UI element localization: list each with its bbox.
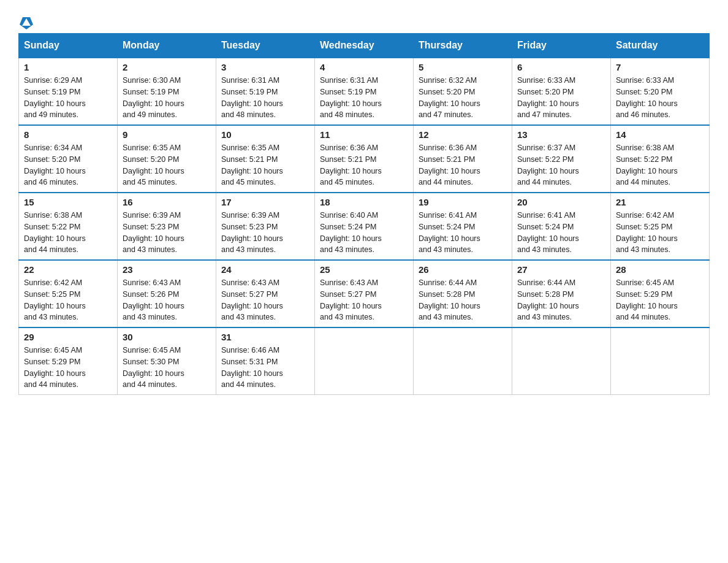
day-number: 26 [419,264,507,275]
day-info: Sunrise: 6:46 AM Sunset: 5:31 PM Dayligh… [221,345,309,391]
day-info: Sunrise: 6:30 AM Sunset: 5:19 PM Dayligh… [123,75,211,121]
calendar-cell: 17 Sunrise: 6:39 AM Sunset: 5:23 PM Dayl… [216,193,315,260]
day-number: 4 [320,62,408,72]
calendar-cell: 24 Sunrise: 6:43 AM Sunset: 5:27 PM Dayl… [216,260,315,327]
day-number: 15 [24,197,112,207]
day-info: Sunrise: 6:38 AM Sunset: 5:22 PM Dayligh… [616,142,704,188]
calendar-cell: 16 Sunrise: 6:39 AM Sunset: 5:23 PM Dayl… [118,193,216,260]
calendar-cell: 26 Sunrise: 6:44 AM Sunset: 5:28 PM Dayl… [414,260,512,327]
calendar-cell: 25 Sunrise: 6:43 AM Sunset: 5:27 PM Dayl… [315,260,414,327]
page-header [18,12,710,27]
weekday-header-saturday: Saturday [611,34,710,58]
day-number: 12 [419,129,507,140]
logo [18,18,33,27]
calendar-cell: 30 Sunrise: 6:45 AM Sunset: 5:30 PM Dayl… [118,327,216,395]
day-number: 30 [123,332,211,342]
weekday-header-friday: Friday [512,34,611,58]
calendar-cell: 22 Sunrise: 6:42 AM Sunset: 5:25 PM Dayl… [19,260,118,327]
day-number: 24 [221,264,309,275]
calendar-table: SundayMondayTuesdayWednesdayThursdayFrid… [18,33,710,395]
day-number: 20 [517,197,605,207]
day-number: 29 [24,332,112,342]
calendar-cell: 20 Sunrise: 6:41 AM Sunset: 5:24 PM Dayl… [512,193,611,260]
day-info: Sunrise: 6:39 AM Sunset: 5:23 PM Dayligh… [221,210,309,256]
calendar-cell: 23 Sunrise: 6:43 AM Sunset: 5:26 PM Dayl… [118,260,216,327]
day-info: Sunrise: 6:38 AM Sunset: 5:22 PM Dayligh… [24,210,112,256]
day-info: Sunrise: 6:40 AM Sunset: 5:24 PM Dayligh… [320,210,408,256]
day-number: 7 [616,62,704,72]
day-number: 28 [616,264,704,275]
calendar-cell [611,327,710,395]
calendar-cell: 13 Sunrise: 6:37 AM Sunset: 5:22 PM Dayl… [512,125,611,193]
day-info: Sunrise: 6:35 AM Sunset: 5:20 PM Dayligh… [123,142,211,188]
calendar-cell [414,327,512,395]
calendar-cell: 3 Sunrise: 6:31 AM Sunset: 5:19 PM Dayli… [216,58,315,125]
weekday-header-monday: Monday [118,34,216,58]
day-info: Sunrise: 6:31 AM Sunset: 5:19 PM Dayligh… [320,75,408,121]
calendar-header-row: SundayMondayTuesdayWednesdayThursdayFrid… [19,34,710,58]
calendar-cell: 1 Sunrise: 6:29 AM Sunset: 5:19 PM Dayli… [19,58,118,125]
calendar-cell: 6 Sunrise: 6:33 AM Sunset: 5:20 PM Dayli… [512,58,611,125]
calendar-cell: 8 Sunrise: 6:34 AM Sunset: 5:20 PM Dayli… [19,125,118,193]
calendar-cell: 31 Sunrise: 6:46 AM Sunset: 5:31 PM Dayl… [216,327,315,395]
week-row-2: 8 Sunrise: 6:34 AM Sunset: 5:20 PM Dayli… [19,125,710,193]
day-number: 10 [221,129,309,140]
week-row-1: 1 Sunrise: 6:29 AM Sunset: 5:19 PM Dayli… [19,58,710,125]
week-row-4: 22 Sunrise: 6:42 AM Sunset: 5:25 PM Dayl… [19,260,710,327]
calendar-cell: 2 Sunrise: 6:30 AM Sunset: 5:19 PM Dayli… [118,58,216,125]
day-info: Sunrise: 6:43 AM Sunset: 5:26 PM Dayligh… [123,277,211,323]
day-info: Sunrise: 6:45 AM Sunset: 5:29 PM Dayligh… [616,277,704,323]
weekday-header-thursday: Thursday [414,34,512,58]
day-number: 5 [419,62,507,72]
day-number: 22 [24,264,112,275]
calendar-cell: 28 Sunrise: 6:45 AM Sunset: 5:29 PM Dayl… [611,260,710,327]
calendar-cell: 10 Sunrise: 6:35 AM Sunset: 5:21 PM Dayl… [216,125,315,193]
day-number: 16 [123,197,211,207]
day-number: 31 [221,332,309,342]
day-info: Sunrise: 6:44 AM Sunset: 5:28 PM Dayligh… [419,277,507,323]
calendar-cell: 27 Sunrise: 6:44 AM Sunset: 5:28 PM Dayl… [512,260,611,327]
day-info: Sunrise: 6:43 AM Sunset: 5:27 PM Dayligh… [320,277,408,323]
day-info: Sunrise: 6:34 AM Sunset: 5:20 PM Dayligh… [24,142,112,188]
day-number: 3 [221,62,309,72]
logo-triangle-icon [20,16,33,29]
calendar-cell: 5 Sunrise: 6:32 AM Sunset: 5:20 PM Dayli… [414,58,512,125]
day-info: Sunrise: 6:44 AM Sunset: 5:28 PM Dayligh… [517,277,605,323]
day-number: 17 [221,197,309,207]
day-info: Sunrise: 6:31 AM Sunset: 5:19 PM Dayligh… [221,75,309,121]
calendar-cell: 7 Sunrise: 6:33 AM Sunset: 5:20 PM Dayli… [611,58,710,125]
day-number: 8 [24,129,112,140]
calendar-cell [315,327,414,395]
day-number: 11 [320,129,408,140]
day-info: Sunrise: 6:32 AM Sunset: 5:20 PM Dayligh… [419,75,507,121]
day-info: Sunrise: 6:33 AM Sunset: 5:20 PM Dayligh… [616,75,704,121]
day-info: Sunrise: 6:36 AM Sunset: 5:21 PM Dayligh… [320,142,408,188]
calendar-cell: 29 Sunrise: 6:45 AM Sunset: 5:29 PM Dayl… [19,327,118,395]
day-number: 25 [320,264,408,275]
day-number: 6 [517,62,605,72]
day-info: Sunrise: 6:45 AM Sunset: 5:30 PM Dayligh… [123,345,211,391]
day-number: 23 [123,264,211,275]
day-number: 19 [419,197,507,207]
calendar-cell: 19 Sunrise: 6:41 AM Sunset: 5:24 PM Dayl… [414,193,512,260]
week-row-3: 15 Sunrise: 6:38 AM Sunset: 5:22 PM Dayl… [19,193,710,260]
day-info: Sunrise: 6:42 AM Sunset: 5:25 PM Dayligh… [616,210,704,256]
calendar-cell: 14 Sunrise: 6:38 AM Sunset: 5:22 PM Dayl… [611,125,710,193]
calendar-cell: 4 Sunrise: 6:31 AM Sunset: 5:19 PM Dayli… [315,58,414,125]
day-info: Sunrise: 6:37 AM Sunset: 5:22 PM Dayligh… [517,142,605,188]
day-info: Sunrise: 6:42 AM Sunset: 5:25 PM Dayligh… [24,277,112,323]
calendar-cell: 11 Sunrise: 6:36 AM Sunset: 5:21 PM Dayl… [315,125,414,193]
day-info: Sunrise: 6:36 AM Sunset: 5:21 PM Dayligh… [419,142,507,188]
calendar-cell: 9 Sunrise: 6:35 AM Sunset: 5:20 PM Dayli… [118,125,216,193]
day-info: Sunrise: 6:45 AM Sunset: 5:29 PM Dayligh… [24,345,112,391]
calendar-cell [512,327,611,395]
day-info: Sunrise: 6:39 AM Sunset: 5:23 PM Dayligh… [123,210,211,256]
calendar-cell: 15 Sunrise: 6:38 AM Sunset: 5:22 PM Dayl… [19,193,118,260]
day-number: 27 [517,264,605,275]
day-number: 1 [24,62,112,72]
week-row-5: 29 Sunrise: 6:45 AM Sunset: 5:29 PM Dayl… [19,327,710,395]
weekday-header-sunday: Sunday [19,34,118,58]
calendar-cell: 21 Sunrise: 6:42 AM Sunset: 5:25 PM Dayl… [611,193,710,260]
day-info: Sunrise: 6:43 AM Sunset: 5:27 PM Dayligh… [221,277,309,323]
weekday-header-tuesday: Tuesday [216,34,315,58]
